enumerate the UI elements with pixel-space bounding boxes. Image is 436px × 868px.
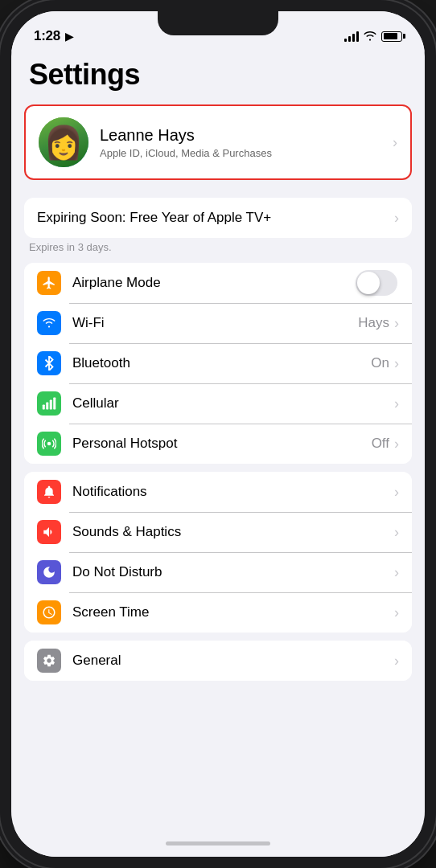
wifi-status-icon [364,31,376,41]
airplane-label: Airplane Mode [72,275,356,291]
dnd-label: Do Not Disturb [72,564,394,580]
bluetooth-icon-bg [37,351,61,375]
expiring-label: Expiring Soon: Free Year of Apple TV+ [37,210,394,226]
profile-subtitle: Apple ID, iCloud, Media & Purchases [100,147,381,159]
profile-info: Leanne Hays Apple ID, iCloud, Media & Pu… [100,126,381,159]
gap-2 [11,464,425,472]
wifi-chevron: › [394,315,399,332]
airplane-toggle-thumb [357,272,380,294]
notifications-icon-bg [37,480,61,504]
wifi-value: Hays [358,315,389,331]
sounds-label: Sounds & Haptics [72,524,394,540]
phone-frame: 1:28 ▶ Settings [0,0,436,868]
airplane-icon-bg [37,271,61,295]
bluetooth-icon [43,356,55,371]
notifications-chevron: › [394,484,399,501]
cellular-icon-bg [37,391,61,416]
avatar [39,117,88,167]
svg-rect-3 [53,398,56,410]
expires-note: Expires in 3 days. [11,238,425,263]
home-bar-line [166,841,270,845]
bluetooth-value: On [371,355,389,371]
hotspot-chevron: › [394,436,399,452]
sounds-icon [42,525,56,539]
general-chevron: › [394,653,399,669]
screentime-label: Screen Time [72,604,394,620]
cellular-chevron: › [394,395,399,412]
airplane-toggle[interactable] [356,270,397,296]
connectivity-group: Airplane Mode Wi-Fi Hays [24,263,412,464]
dnd-icon-bg [37,560,61,584]
general-label: General [72,653,394,669]
svg-rect-1 [46,403,48,410]
status-bar: 1:28 ▶ [11,11,425,51]
list-item-sounds[interactable]: Sounds & Haptics › [24,512,412,552]
list-item-notifications[interactable]: Notifications › [24,472,412,512]
svg-point-4 [47,442,51,446]
cellular-label: Cellular [72,395,394,411]
dnd-chevron: › [394,564,399,581]
dnd-icon [42,565,56,579]
battery-fill [384,33,398,39]
expiring-row[interactable]: Expiring Soon: Free Year of Apple TV+ › [24,198,412,238]
list-item-airplane[interactable]: Airplane Mode [24,263,412,303]
expiring-chevron: › [394,210,399,227]
hotspot-value: Off [372,436,389,452]
signal-bars [344,31,359,42]
expiring-section[interactable]: Expiring Soon: Free Year of Apple TV+ › [24,198,412,238]
screentime-chevron: › [394,604,399,621]
profile-name: Leanne Hays [100,126,381,145]
profile-chevron: › [393,134,397,151]
list-item-wifi[interactable]: Wi-Fi Hays › [24,303,412,343]
hotspot-icon-bg [37,432,61,456]
screentime-icon [42,605,56,620]
hotspot-icon [42,436,56,451]
screen: 1:28 ▶ Settings [11,11,425,857]
svg-rect-0 [43,405,45,410]
list-item-hotspot[interactable]: Personal Hotspot Off › [24,424,412,464]
avatar-face [39,117,88,167]
hotspot-label: Personal Hotspot [72,436,372,452]
list-item-dnd[interactable]: Do Not Disturb › [24,552,412,592]
bluetooth-chevron: › [394,355,399,372]
sounds-icon-bg [37,520,61,544]
wifi-label: Wi-Fi [72,315,358,331]
system-group: Notifications › Sounds & Haptics › [24,472,412,633]
screentime-icon-bg [37,600,61,624]
gap-3 [11,633,425,641]
gap-1 [11,190,425,198]
home-bar [11,829,425,857]
list-item-general[interactable]: General › [24,641,412,681]
cellular-icon [42,396,56,411]
profile-section[interactable]: Leanne Hays Apple ID, iCloud, Media & Pu… [24,104,412,180]
battery-icon [381,31,402,42]
location-icon: ▶ [65,31,73,43]
notifications-label: Notifications [72,484,394,500]
wifi-icon [42,317,56,329]
airplane-icon [42,276,56,290]
general-icon [42,653,56,668]
status-icons [344,31,402,42]
page-title: Settings [11,51,425,104]
list-item-screentime[interactable]: Screen Time › [24,592,412,633]
general-icon-bg [37,649,61,673]
profile-row[interactable]: Leanne Hays Apple ID, iCloud, Media & Pu… [26,106,410,178]
status-time: 1:28 ▶ [34,28,73,44]
list-item-cellular[interactable]: Cellular › [24,383,412,424]
sounds-chevron: › [394,524,399,541]
general-group: General › [24,641,412,681]
content-area[interactable]: Settings Leanne Hays Apple ID, iCloud, M… [11,51,425,829]
bluetooth-label: Bluetooth [72,355,371,371]
svg-rect-2 [50,400,52,410]
list-item-bluetooth[interactable]: Bluetooth On › [24,343,412,383]
notifications-icon [43,485,56,499]
wifi-icon-bg [37,311,61,335]
notch [158,11,278,35]
